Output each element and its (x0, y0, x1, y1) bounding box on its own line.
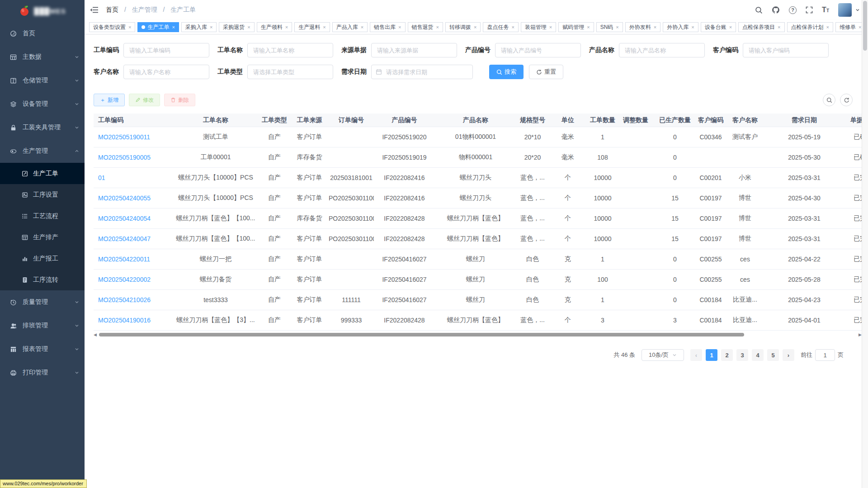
page-size-select[interactable]: 10条/页 (642, 349, 684, 361)
sidebar-item-equipment[interactable]: 设备管理 (0, 92, 85, 116)
close-tab-icon[interactable]: × (778, 24, 780, 30)
close-tab-icon[interactable]: × (323, 24, 326, 30)
view-tab[interactable]: 盘点任务× (483, 22, 518, 32)
work-order-code-link[interactable]: MO202504220011 (98, 256, 150, 263)
view-tab[interactable]: 销售出库× (370, 22, 405, 32)
scrollbar-thumb[interactable] (863, 1, 867, 51)
product-name-input[interactable] (619, 43, 705, 57)
work-order-name-input[interactable] (247, 43, 333, 57)
scroll-left-icon[interactable]: ◀ (94, 333, 97, 337)
goto-page-input[interactable] (815, 349, 835, 361)
sidebar-item-tooling[interactable]: 工装夹具管理 (0, 116, 85, 139)
source-doc-input[interactable] (371, 43, 457, 57)
view-tab[interactable]: 点检保养项目× (738, 22, 784, 32)
close-tab-icon[interactable]: × (361, 24, 363, 30)
sidebar-item-work-report[interactable]: 生产报工 (0, 248, 85, 269)
delete-button[interactable]: 删除 (164, 94, 195, 106)
close-tab-icon[interactable]: × (729, 24, 732, 30)
close-tab-icon[interactable]: × (210, 24, 212, 30)
scroll-right-icon[interactable]: ▶ (859, 333, 862, 337)
view-tab[interactable]: 生产领料× (257, 22, 292, 32)
work-order-code-link[interactable]: MO202504240047 (98, 235, 151, 242)
work-order-code-link[interactable]: MO202504220002 (98, 276, 151, 283)
avatar-caret-icon[interactable] (855, 6, 860, 14)
close-tab-icon[interactable]: × (826, 24, 829, 30)
close-tab-icon[interactable]: × (654, 24, 656, 30)
page-number-button[interactable]: 4 (752, 349, 764, 361)
close-tab-icon[interactable]: × (128, 24, 131, 30)
close-tab-icon[interactable]: × (859, 24, 861, 30)
font-size-icon[interactable]: TT (822, 6, 829, 14)
table-search-toggle[interactable] (823, 94, 835, 106)
view-tab[interactable]: 设备台账× (701, 22, 736, 32)
sidebar-item-scheduling[interactable]: 生产排产 (0, 227, 85, 248)
page-number-button[interactable]: 2 (721, 349, 733, 361)
sidebar-item-warehouse[interactable]: 仓储管理 (0, 69, 85, 92)
edit-button[interactable]: 修改 (129, 94, 160, 106)
view-tab[interactable]: 设备类型设置× (89, 22, 135, 32)
sidebar-item-print[interactable]: 打印管理 (0, 361, 85, 384)
work-order-code-link[interactable]: MO202505190005 (98, 154, 151, 161)
close-tab-icon[interactable]: × (549, 24, 552, 30)
breadcrumb-home[interactable]: 首页 (106, 6, 118, 13)
work-order-code-link[interactable]: MO202505190011 (98, 133, 150, 141)
view-tab[interactable]: 采购入库× (181, 22, 217, 32)
close-tab-icon[interactable]: × (511, 24, 514, 30)
product-code-input[interactable] (495, 43, 581, 57)
close-tab-icon[interactable]: × (247, 24, 250, 30)
view-tab[interactable]: 产品入库× (332, 22, 368, 32)
close-tab-icon[interactable]: × (616, 24, 618, 30)
view-tab[interactable]: 赋码管理× (558, 22, 594, 32)
github-icon[interactable] (772, 6, 780, 14)
view-tab[interactable]: 外协发料× (625, 22, 660, 32)
close-tab-icon[interactable]: × (474, 24, 476, 30)
avatar[interactable] (838, 3, 852, 17)
view-tab[interactable]: 转移调拨× (445, 22, 481, 32)
view-tab[interactable]: 采购退货× (219, 22, 254, 32)
page-number-button[interactable]: 1 (706, 349, 717, 361)
sidebar-item-process-settings[interactable]: 工序设置 (0, 184, 85, 205)
reset-button[interactable]: 重置 (529, 65, 563, 79)
search-icon[interactable] (755, 6, 763, 14)
scrollbar-thumb[interactable] (99, 333, 744, 336)
demand-date-picker[interactable] (371, 65, 473, 79)
close-tab-icon[interactable]: × (398, 24, 401, 30)
sidebar-item-production[interactable]: 生产管理 (0, 139, 85, 163)
help-icon[interactable]: ? (789, 6, 797, 14)
next-page-button[interactable]: › (783, 349, 794, 361)
view-tab[interactable]: SN码× (596, 22, 623, 32)
customer-name-input[interactable] (123, 65, 209, 79)
sidebar-item-quality[interactable]: 质量管理 (0, 290, 85, 314)
work-order-code-link[interactable]: MO202504240054 (98, 215, 151, 222)
view-tab[interactable]: 销售退货× (408, 22, 443, 32)
work-order-code-link[interactable]: MO202504190016 (98, 317, 151, 324)
view-tab[interactable]: 维修单× (835, 22, 862, 32)
sidebar-item-process-flow[interactable]: 工艺流程 (0, 205, 85, 227)
table-refresh-button[interactable] (840, 94, 853, 106)
work-order-code-input[interactable] (123, 43, 209, 57)
work-order-type-select[interactable] (247, 65, 333, 79)
view-tab[interactable]: 外协入库× (663, 22, 698, 32)
fullscreen-icon[interactable] (806, 6, 813, 14)
work-order-code-link[interactable]: MO202504210026 (98, 296, 151, 303)
sidebar-item-work-order[interactable]: 生产工单 (0, 163, 85, 184)
sidebar-item-reports[interactable]: 报表管理 (0, 337, 85, 361)
work-order-code-link[interactable]: 01 (98, 174, 105, 181)
add-button[interactable]: ＋新增 (94, 94, 125, 106)
sidebar-item-shift[interactable]: 排班管理 (0, 314, 85, 337)
close-tab-icon[interactable]: × (436, 24, 439, 30)
close-tab-icon[interactable]: × (691, 24, 694, 30)
view-tab[interactable]: 点检保养计划× (787, 22, 833, 32)
close-tab-icon[interactable]: × (587, 24, 590, 30)
search-button[interactable]: 搜索 (489, 65, 524, 79)
sidebar-item-process-transfer[interactable]: 工序流转 (0, 269, 85, 290)
vertical-scrollbar[interactable] (862, 0, 868, 488)
view-tab[interactable]: 生产工单× (137, 22, 179, 32)
work-order-code-link[interactable]: MO202504240055 (98, 194, 151, 202)
close-tab-icon[interactable]: × (285, 24, 288, 30)
page-number-button[interactable]: 3 (736, 349, 748, 361)
page-number-button[interactable]: 5 (767, 349, 779, 361)
sidebar-item-master-data[interactable]: 主数据 (0, 45, 85, 69)
collapse-sidebar-button[interactable] (90, 6, 99, 14)
close-tab-icon[interactable]: × (172, 24, 175, 30)
